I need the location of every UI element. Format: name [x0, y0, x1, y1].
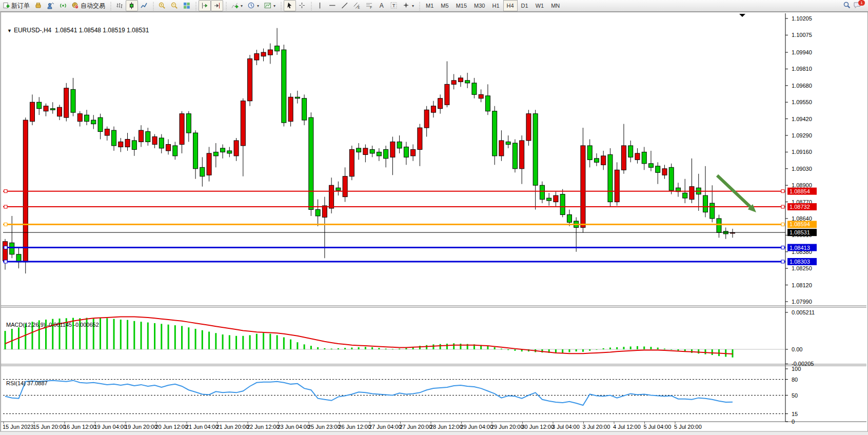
- toolbar-group: EFAT▾: [314, 0, 417, 11]
- candle-icon: [128, 2, 135, 9]
- svg-text:5 Jul 20:00: 5 Jul 20:00: [674, 424, 702, 430]
- timeframe-mn[interactable]: MN: [547, 0, 563, 11]
- candle: [689, 187, 694, 200]
- svg-text:1.08854: 1.08854: [790, 188, 810, 194]
- price-chart[interactable]: 1.102051.100751.099401.098101.096801.095…: [0, 11, 868, 435]
- candle: [465, 81, 470, 83]
- trendline-button[interactable]: [339, 0, 351, 11]
- new-order-icon: [3, 2, 10, 9]
- timeframe-m30[interactable]: M30: [470, 0, 488, 11]
- chart-collapse-icon[interactable]: ▼: [7, 28, 12, 33]
- line-handle[interactable]: [4, 246, 7, 249]
- svg-text:1.09680: 1.09680: [792, 83, 812, 89]
- market-watch-button[interactable]: [32, 0, 45, 11]
- candle: [458, 78, 463, 82]
- candle: [309, 117, 313, 209]
- line-handle[interactable]: [4, 223, 7, 226]
- line-handle[interactable]: [781, 205, 784, 208]
- svg-text:29 Jun 20:00: 29 Jun 20:00: [491, 424, 524, 430]
- candle: [438, 98, 443, 109]
- toolbar-group: [199, 0, 223, 11]
- auto-scroll-button[interactable]: [199, 0, 211, 11]
- timeframe-w1[interactable]: W1: [532, 0, 548, 11]
- zoom-out-button[interactable]: [168, 0, 181, 11]
- label-button[interactable]: T: [388, 0, 400, 11]
- vertical-line-button[interactable]: [314, 0, 326, 11]
- candle: [683, 193, 687, 198]
- timeframe-m15[interactable]: M15: [452, 0, 470, 11]
- timeframe-h1[interactable]: H1: [488, 0, 503, 11]
- svg-text:1.09810: 1.09810: [792, 66, 812, 72]
- line-handle[interactable]: [781, 190, 784, 193]
- candle: [166, 144, 171, 150]
- chart-symbol-period: EURUSD-,H4: [14, 27, 51, 34]
- signals-button[interactable]: [57, 0, 69, 11]
- candle: [390, 142, 395, 157]
- candle: [485, 96, 490, 111]
- zoom-out-icon: [171, 2, 178, 9]
- candle: [384, 149, 388, 158]
- candle: [397, 142, 402, 148]
- channel-button[interactable]: E: [351, 0, 363, 11]
- fibo-icon: F: [366, 2, 373, 9]
- cursor-button[interactable]: [284, 0, 296, 11]
- svg-text:22 Jun 12:00: 22 Jun 12:00: [247, 424, 280, 430]
- notifications-button[interactable]: 1: [854, 2, 863, 10]
- candlestick-chart-button[interactable]: [126, 0, 138, 11]
- fibonacci-button[interactable]: F: [363, 0, 376, 11]
- candle: [431, 106, 436, 112]
- svg-text:1.08120: 1.08120: [792, 282, 812, 288]
- ohlc-icon: [116, 2, 123, 9]
- macd-indicator-label: MACD(12,26,9) -0.001145 -0.000652: [6, 322, 99, 328]
- indicators-button[interactable]: ▾: [229, 0, 245, 11]
- timeframe-d1[interactable]: D1: [518, 0, 532, 11]
- line-handle[interactable]: [781, 246, 784, 249]
- svg-text:1.08413: 1.08413: [790, 245, 810, 251]
- bar-chart-button[interactable]: [113, 0, 126, 11]
- candle: [241, 101, 245, 146]
- svg-text:27 Jun 04:00: 27 Jun 04:00: [369, 424, 402, 430]
- mql5-community-button[interactable]: [45, 0, 57, 11]
- line-chart-button[interactable]: [138, 0, 150, 11]
- svg-text:1.08594: 1.08594: [790, 221, 810, 227]
- crosshair-button[interactable]: [296, 0, 308, 11]
- line-handle[interactable]: [781, 260, 784, 263]
- tile-windows-button[interactable]: [181, 0, 193, 11]
- auto-trading-button[interactable]: 自动交易: [69, 0, 108, 11]
- candle: [207, 153, 211, 175]
- candle: [234, 141, 239, 156]
- candle: [3, 242, 8, 261]
- search-button[interactable]: [843, 2, 851, 10]
- timeframe-m5[interactable]: M5: [437, 0, 452, 11]
- timeframe-h4[interactable]: H4: [503, 0, 518, 11]
- horizontal-line-button[interactable]: [326, 0, 339, 11]
- svg-text:23 Jun 04:00: 23 Jun 04:00: [278, 424, 310, 430]
- candle: [472, 83, 477, 94]
- candle: [139, 130, 144, 142]
- zoom-in-button[interactable]: [156, 0, 168, 11]
- svg-text:0: 0: [792, 419, 795, 425]
- line-handle[interactable]: [4, 260, 7, 263]
- text-button[interactable]: A: [376, 0, 388, 11]
- new-order-button[interactable]: 新订单: [0, 0, 32, 11]
- candle: [132, 141, 136, 149]
- new-order-button-label: 新订单: [11, 2, 30, 10]
- candle: [125, 139, 130, 147]
- candle: [282, 50, 286, 123]
- chevron-down-icon: ▾: [273, 4, 275, 8]
- tile-icon: [183, 2, 190, 9]
- timeframe-m1[interactable]: M1: [422, 0, 437, 11]
- templates-button[interactable]: ▾: [262, 0, 278, 11]
- svg-text:80: 80: [792, 377, 798, 383]
- line-handle[interactable]: [781, 223, 784, 226]
- candle: [560, 194, 565, 215]
- candle: [357, 148, 361, 152]
- periods-button[interactable]: ▾: [245, 0, 262, 11]
- arrows-button[interactable]: ▾: [400, 0, 417, 11]
- chart-shift-button[interactable]: [211, 0, 223, 11]
- line-handle[interactable]: [4, 205, 7, 208]
- svg-text:1.09030: 1.09030: [792, 166, 812, 172]
- line-handle[interactable]: [4, 190, 7, 193]
- chart-title: ▼EURUSD-,H4 1.08541 1.08548 1.08519 1.08…: [7, 27, 149, 34]
- candle: [57, 107, 62, 116]
